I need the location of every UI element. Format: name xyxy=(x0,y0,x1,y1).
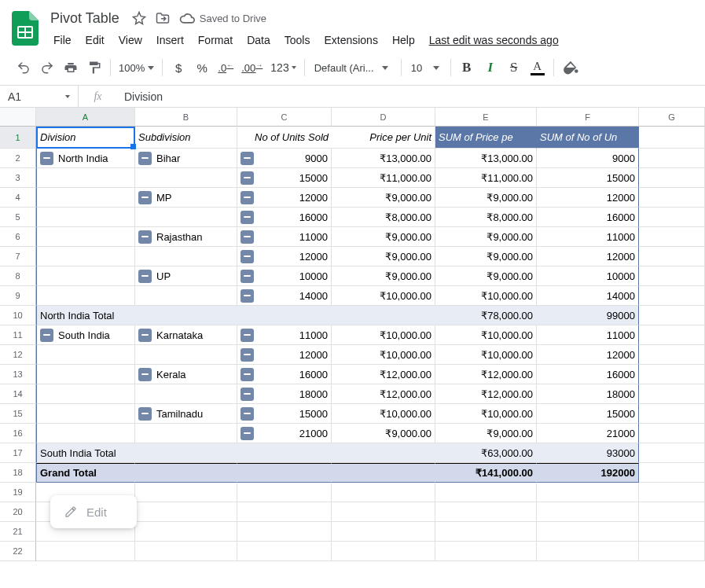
collapse-icon[interactable] xyxy=(241,427,254,440)
row-header-15[interactable]: 15 xyxy=(0,404,36,424)
cell-C10[interactable] xyxy=(237,306,332,325)
cell-C11[interactable]: 11000 xyxy=(237,325,332,345)
cell-E13[interactable]: ₹12,000.00 xyxy=(435,365,537,384)
cell-A9[interactable] xyxy=(36,286,135,306)
cell-D15[interactable]: ₹10,000.00 xyxy=(332,404,435,424)
menu-data[interactable]: Data xyxy=(241,31,277,50)
cell-B1[interactable]: Subdivision xyxy=(135,127,237,149)
cell-G17[interactable] xyxy=(639,443,705,463)
cell-C22[interactable] xyxy=(237,542,332,561)
collapse-icon[interactable] xyxy=(241,230,254,244)
row-header-2[interactable]: 2 xyxy=(0,149,36,168)
collapse-icon[interactable] xyxy=(241,152,254,165)
undo-button[interactable] xyxy=(13,57,35,79)
cell-E18[interactable]: ₹141,000.00 xyxy=(435,463,537,483)
cell-B6[interactable]: Rajasthan xyxy=(135,227,237,247)
cell-A6[interactable] xyxy=(36,227,135,247)
menu-file[interactable]: File xyxy=(47,31,78,50)
decrease-decimal-button[interactable]: .0← xyxy=(215,57,237,79)
cell-D7[interactable]: ₹9,000.00 xyxy=(332,247,435,266)
cell-C7[interactable]: 12000 xyxy=(237,247,332,266)
cell-G21[interactable] xyxy=(639,522,705,542)
currency-button[interactable]: $ xyxy=(167,57,189,79)
collapse-icon[interactable] xyxy=(138,368,152,381)
row-header-11[interactable]: 11 xyxy=(0,325,36,345)
cell-D17[interactable] xyxy=(332,443,435,463)
cell-G5[interactable] xyxy=(639,208,705,227)
cell-D3[interactable]: ₹11,000.00 xyxy=(332,168,435,188)
col-header-D[interactable]: D xyxy=(332,108,435,127)
collapse-icon[interactable] xyxy=(241,407,254,421)
cell-B19[interactable] xyxy=(135,483,237,502)
collapse-icon[interactable] xyxy=(241,348,254,362)
cell-C3[interactable]: 15000 xyxy=(237,168,332,188)
cell-B22[interactable] xyxy=(135,542,237,561)
row-header-22[interactable]: 22 xyxy=(0,542,36,561)
cloud-status[interactable]: Saved to Drive xyxy=(179,12,266,24)
zoom-select[interactable]: 100% xyxy=(116,62,157,74)
cell-G15[interactable] xyxy=(639,404,705,424)
cell-A17[interactable]: South India Total xyxy=(36,443,135,463)
cell-C17[interactable] xyxy=(237,443,332,463)
collapse-icon[interactable] xyxy=(241,211,254,224)
cell-B5[interactable] xyxy=(135,208,237,227)
last-edit-link[interactable]: Last edit was seconds ago xyxy=(423,31,565,50)
cell-A11[interactable]: South India xyxy=(36,325,135,345)
cell-G9[interactable] xyxy=(639,286,705,306)
menu-extensions[interactable]: Extensions xyxy=(318,31,384,50)
row-header-17[interactable]: 17 xyxy=(0,443,36,463)
collapse-icon[interactable] xyxy=(138,270,152,283)
print-button[interactable] xyxy=(60,57,82,79)
cell-F18[interactable]: 192000 xyxy=(537,463,639,483)
row-header-14[interactable]: 14 xyxy=(0,384,36,404)
cell-C15[interactable]: 15000 xyxy=(237,404,332,424)
cell-G20[interactable] xyxy=(639,502,705,522)
cell-A12[interactable] xyxy=(36,345,135,365)
cell-G3[interactable] xyxy=(639,168,705,188)
menu-view[interactable]: View xyxy=(112,31,149,50)
collapse-icon[interactable] xyxy=(241,250,254,263)
collapse-icon[interactable] xyxy=(138,329,152,342)
collapse-icon[interactable] xyxy=(138,191,152,204)
menu-insert[interactable]: Insert xyxy=(150,31,190,50)
cell-C20[interactable] xyxy=(237,502,332,522)
font-size-select[interactable]: 10 xyxy=(406,62,446,74)
cell-E11[interactable]: ₹10,000.00 xyxy=(435,325,537,345)
col-header-B[interactable]: B xyxy=(135,108,237,127)
cell-E14[interactable]: ₹12,000.00 xyxy=(435,384,537,404)
cell-G12[interactable] xyxy=(639,345,705,365)
cell-G1[interactable] xyxy=(639,127,705,149)
cell-A8[interactable] xyxy=(36,266,135,286)
cell-C16[interactable]: 21000 xyxy=(237,424,332,443)
cell-A1[interactable]: Division xyxy=(36,127,135,149)
strikethrough-button[interactable]: S xyxy=(503,57,525,79)
collapse-icon[interactable] xyxy=(241,270,254,283)
cell-A15[interactable] xyxy=(36,404,135,424)
row-header-6[interactable]: 6 xyxy=(0,227,36,247)
fill-handle[interactable] xyxy=(130,144,136,149)
cell-E6[interactable]: ₹9,000.00 xyxy=(435,227,537,247)
menu-format[interactable]: Format xyxy=(192,31,239,50)
row-header-7[interactable]: 7 xyxy=(0,247,36,266)
cell-F6[interactable]: 11000 xyxy=(537,227,639,247)
collapse-icon[interactable] xyxy=(138,407,152,421)
cell-C4[interactable]: 12000 xyxy=(237,188,332,208)
cell-D21[interactable] xyxy=(332,522,435,542)
cell-F12[interactable]: 12000 xyxy=(537,345,639,365)
cell-C12[interactable]: 12000 xyxy=(237,345,332,365)
cell-E15[interactable]: ₹10,000.00 xyxy=(435,404,537,424)
cell-D12[interactable]: ₹10,000.00 xyxy=(332,345,435,365)
cell-F21[interactable] xyxy=(537,522,639,542)
pivot-edit-button[interactable]: Edit xyxy=(50,495,137,528)
cell-G2[interactable] xyxy=(639,149,705,168)
cell-B14[interactable] xyxy=(135,384,237,404)
cell-A14[interactable] xyxy=(36,384,135,404)
menu-tools[interactable]: Tools xyxy=(278,31,317,50)
cell-F1[interactable]: SUM of No of Un xyxy=(537,127,639,149)
cell-A4[interactable] xyxy=(36,188,135,208)
cell-D16[interactable]: ₹9,000.00 xyxy=(332,424,435,443)
cell-G22[interactable] xyxy=(639,542,705,561)
cell-C21[interactable] xyxy=(237,522,332,542)
cell-G7[interactable] xyxy=(639,247,705,266)
select-all-corner[interactable] xyxy=(0,108,36,127)
